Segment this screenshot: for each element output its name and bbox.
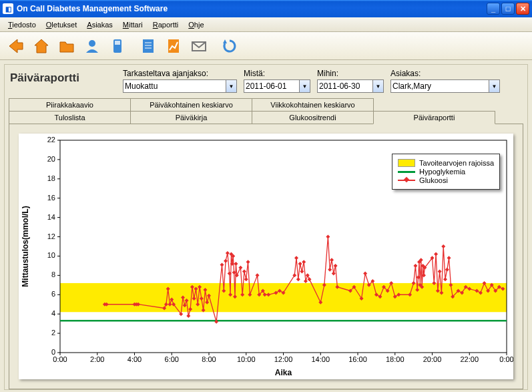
home-icon[interactable] bbox=[29, 34, 53, 58]
svg-marker-112 bbox=[255, 273, 259, 277]
chevron-down-icon[interactable]: ▼ bbox=[489, 79, 500, 93]
svg-marker-164 bbox=[434, 252, 438, 256]
svg-text:0:00: 0:00 bbox=[53, 355, 67, 363]
tabs: Piirakkakaavio Päiväkohtainen keskiarvo … bbox=[9, 98, 523, 389]
svg-marker-122 bbox=[296, 277, 300, 281]
content-panel: Päiväraportti Tarkasteltava ajanjakso: ▼… bbox=[4, 64, 528, 390]
svg-text:Aika: Aika bbox=[275, 368, 292, 377]
tab-trend[interactable]: Glukoositrendi bbox=[252, 111, 374, 124]
svg-marker-80 bbox=[186, 314, 190, 318]
close-button[interactable]: ✕ bbox=[516, 3, 529, 15]
maximize-button[interactable]: □ bbox=[501, 3, 515, 15]
svg-text:20: 20 bbox=[47, 155, 55, 163]
svg-text:8:00: 8:00 bbox=[202, 355, 216, 363]
svg-text:2: 2 bbox=[51, 329, 55, 337]
svg-text:Mittaustulos(mmol/L): Mittaustulos(mmol/L) bbox=[21, 206, 30, 286]
tab-pie[interactable]: Piirakkakaavio bbox=[9, 98, 131, 111]
svg-marker-127 bbox=[306, 273, 310, 277]
period-label: Tarkasteltava ajanjakso: bbox=[123, 69, 240, 78]
svg-marker-152 bbox=[413, 264, 417, 268]
menu-defaults[interactable]: Oletukset bbox=[42, 19, 81, 30]
mail-icon[interactable] bbox=[187, 34, 211, 58]
menubar: Tiedosto Oletukset Asiakas Mittari Rapor… bbox=[0, 17, 532, 32]
svg-marker-96 bbox=[226, 251, 230, 255]
legend: Tavoitearvojen rajoissa Hypoglykemia Glu… bbox=[392, 154, 500, 190]
svg-marker-121 bbox=[294, 256, 298, 260]
svg-text:6:00: 6:00 bbox=[165, 355, 179, 363]
chevron-down-icon[interactable]: ▼ bbox=[373, 79, 384, 93]
svg-text:18:00: 18:00 bbox=[386, 355, 405, 363]
tab-diary[interactable]: Päiväkirja bbox=[130, 111, 252, 124]
svg-rect-4 bbox=[115, 41, 120, 45]
svg-text:12:00: 12:00 bbox=[274, 355, 293, 363]
svg-marker-171 bbox=[447, 256, 451, 260]
svg-marker-123 bbox=[298, 262, 302, 266]
toolbar bbox=[0, 32, 532, 60]
to-date-input[interactable] bbox=[317, 79, 373, 93]
svg-marker-128 bbox=[308, 277, 312, 281]
svg-text:22: 22 bbox=[47, 136, 55, 144]
patient-icon[interactable] bbox=[80, 34, 104, 58]
chevron-down-icon[interactable]: ▼ bbox=[300, 79, 310, 93]
back-icon[interactable] bbox=[4, 34, 28, 58]
chevron-down-icon[interactable]: ▼ bbox=[226, 79, 237, 93]
svg-marker-93 bbox=[220, 262, 224, 266]
legend-target: Tavoitearvojen rajoissa bbox=[419, 159, 494, 167]
tab-weekly-avg[interactable]: Viikkokohtainen keskiarvo bbox=[252, 98, 374, 111]
svg-marker-106 bbox=[238, 266, 242, 270]
menu-client[interactable]: Asiakas bbox=[83, 19, 117, 30]
open-icon[interactable] bbox=[55, 34, 79, 58]
svg-rect-12 bbox=[60, 283, 507, 312]
svg-marker-126 bbox=[304, 279, 308, 283]
menu-file[interactable]: Tiedosto bbox=[4, 19, 40, 30]
menu-meter[interactable]: Mittari bbox=[119, 19, 147, 30]
report-title: Päiväraportti bbox=[9, 69, 119, 85]
svg-text:20:00: 20:00 bbox=[423, 355, 442, 363]
menu-help[interactable]: Ohje bbox=[184, 19, 208, 30]
svg-text:14:00: 14:00 bbox=[311, 355, 330, 363]
svg-marker-131 bbox=[326, 235, 330, 239]
to-label: Mihin: bbox=[317, 69, 386, 78]
svg-marker-11 bbox=[223, 39, 227, 43]
svg-text:8: 8 bbox=[51, 270, 55, 278]
svg-marker-140 bbox=[363, 271, 367, 275]
minimize-button[interactable]: _ bbox=[487, 3, 500, 15]
svg-marker-0 bbox=[9, 39, 23, 53]
graph-icon[interactable] bbox=[162, 34, 186, 58]
svg-text:4:00: 4:00 bbox=[127, 355, 142, 363]
svg-rect-5 bbox=[143, 39, 154, 53]
svg-text:22:00: 22:00 bbox=[460, 355, 479, 363]
svg-text:10: 10 bbox=[47, 251, 55, 259]
svg-rect-9 bbox=[168, 39, 179, 53]
svg-marker-124 bbox=[300, 270, 304, 274]
tab-day-report[interactable]: Päiväraportti bbox=[373, 111, 495, 124]
svg-marker-104 bbox=[234, 262, 238, 266]
report-icon[interactable] bbox=[136, 34, 160, 58]
svg-marker-169 bbox=[443, 277, 447, 281]
tab-daily-avg[interactable]: Päiväkohtainen keskiarvo bbox=[130, 98, 252, 111]
svg-marker-134 bbox=[332, 271, 336, 275]
svg-marker-108 bbox=[242, 270, 246, 274]
svg-text:12: 12 bbox=[47, 232, 55, 240]
device-icon[interactable] bbox=[105, 34, 129, 58]
period-select[interactable] bbox=[123, 79, 226, 93]
window-title: On Call Diabetes Management Software bbox=[17, 4, 487, 13]
svg-text:18: 18 bbox=[47, 174, 55, 182]
client-select[interactable] bbox=[390, 79, 489, 93]
svg-marker-166 bbox=[438, 270, 442, 274]
svg-marker-110 bbox=[246, 260, 250, 264]
from-date-input[interactable] bbox=[244, 79, 300, 93]
from-label: Mistä: bbox=[244, 69, 313, 78]
chart-area: 02468101214161820220:002:004:006:008:001… bbox=[19, 134, 513, 379]
menu-report[interactable]: Raportti bbox=[149, 19, 183, 30]
refresh-icon[interactable] bbox=[218, 34, 242, 58]
svg-marker-95 bbox=[224, 259, 228, 263]
svg-text:4: 4 bbox=[51, 309, 55, 317]
app-icon: ◧ bbox=[3, 3, 13, 14]
client-label: Asiakas: bbox=[390, 69, 503, 78]
legend-glucose: Glukoosi bbox=[419, 176, 448, 184]
svg-text:16:00: 16:00 bbox=[348, 355, 367, 363]
tab-results[interactable]: Tuloslista bbox=[9, 111, 131, 124]
svg-text:14: 14 bbox=[47, 213, 55, 221]
svg-marker-132 bbox=[328, 268, 332, 272]
